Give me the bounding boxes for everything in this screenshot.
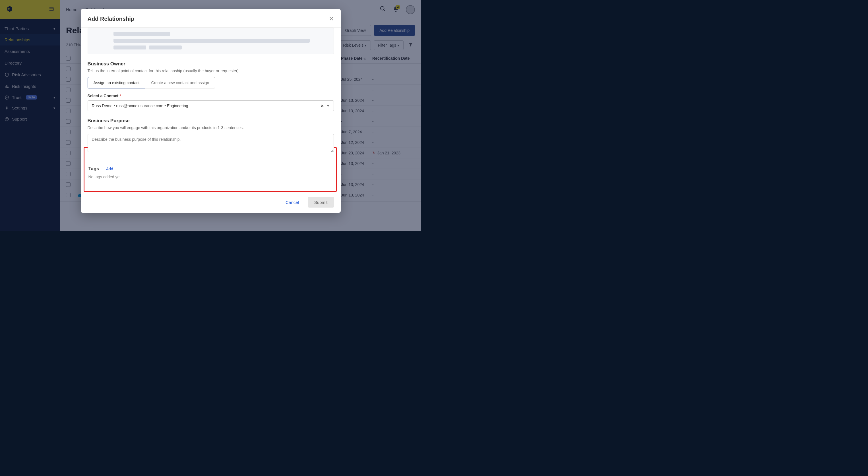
no-tags-text: No tags added yet. <box>88 174 332 179</box>
contact-mode-toggle: Assign an existing contact Create a new … <box>88 77 334 89</box>
modal-title: Add Relationship <box>88 15 134 22</box>
skeleton-line <box>149 45 182 50</box>
selected-contact-value: Russ Demo • russ@acmeinsurance.com • Eng… <box>92 103 188 108</box>
close-modal-button[interactable]: ✕ <box>329 15 334 22</box>
modal-header: Add Relationship ✕ <box>81 9 341 28</box>
skeleton-line <box>114 32 170 36</box>
modal-body: Business Owner Tell us the internal poin… <box>81 28 341 192</box>
business-owner-description: Tell us the internal point of contact fo… <box>88 68 334 73</box>
skeleton-line <box>114 39 310 43</box>
clear-selection-icon[interactable]: ✕ <box>320 103 324 108</box>
assign-existing-button[interactable]: Assign an existing contact <box>88 77 146 89</box>
required-indicator: * <box>119 94 121 98</box>
business-purpose-heading: Business Purpose <box>88 118 334 124</box>
skeleton-line <box>114 45 146 50</box>
select-contact-label: Select a Contact * <box>88 94 334 98</box>
business-owner-heading: Business Owner <box>88 61 334 67</box>
tags-heading: Tags <box>88 166 99 172</box>
add-relationship-modal: Add Relationship ✕ Business Owner Tell u… <box>81 9 341 213</box>
dropdown-caret-icon[interactable]: ▼ <box>327 104 330 107</box>
submit-button[interactable]: Submit <box>308 197 334 208</box>
tags-highlight-region: Tags Add No tags added yet. <box>84 147 337 192</box>
contact-select[interactable]: Russ Demo • russ@acmeinsurance.com • Eng… <box>88 100 334 111</box>
label-text: Select a Contact <box>88 94 119 98</box>
add-tag-link[interactable]: Add <box>106 167 113 171</box>
modal-overlay[interactable]: Add Relationship ✕ Business Owner Tell u… <box>0 0 421 231</box>
cancel-button[interactable]: Cancel <box>280 197 304 208</box>
create-new-contact-button[interactable]: Create a new contact and assign <box>145 77 215 89</box>
business-purpose-textarea[interactable] <box>88 134 334 152</box>
skeleton-placeholder <box>88 28 334 54</box>
modal-footer: Cancel Submit <box>81 192 341 213</box>
business-purpose-description: Describe how you will engage with this o… <box>88 125 334 130</box>
